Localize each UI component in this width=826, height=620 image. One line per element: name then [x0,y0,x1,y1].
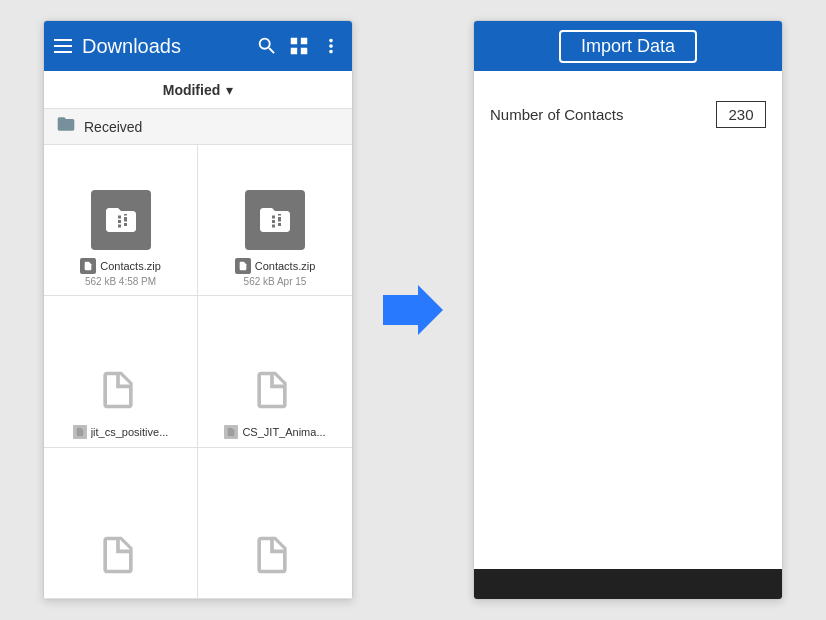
contacts-row: Number of Contacts 230 [490,91,766,138]
contacts-label: Number of Contacts [490,106,623,123]
file-meta: Contacts.zip [235,258,316,274]
left-phone: Downloads Modified ▾ Received [43,20,353,600]
file-name: Contacts.zip [100,260,161,272]
list-item[interactable]: Contacts.zip 562 kB Apr 15 [198,145,352,296]
file-meta: jit_cs_positive... [73,425,169,439]
doc-thumb-icon [73,425,87,439]
file-name: Contacts.zip [255,260,316,272]
contacts-value[interactable]: 230 [716,101,766,128]
folder-icon [56,114,76,139]
svg-marker-0 [383,285,443,335]
doc-thumb-icon [224,425,238,439]
import-body: Number of Contacts 230 [474,71,782,569]
right-phone: Import Data Number of Contacts 230 [473,20,783,600]
sort-label: Modified [163,82,221,98]
file-name: jit_cs_positive... [91,426,169,438]
file-name: CS_JIT_Anima... [242,426,325,438]
list-item[interactable] [44,448,198,599]
arrow-container [383,285,443,335]
zip-thumb-icon [235,258,251,274]
received-label: Received [84,119,142,135]
zip-thumb-icon [80,258,96,274]
doc-file-icon [250,522,300,582]
list-item[interactable] [198,448,352,599]
file-info: 562 kB 4:58 PM [85,276,156,287]
file-meta: CS_JIT_Anima... [224,425,325,439]
files-grid: Contacts.zip 562 kB 4:58 PM Contacts.zip… [44,145,352,599]
list-item[interactable]: jit_cs_positive... [44,296,198,447]
received-folder-row[interactable]: Received [44,109,352,145]
right-arrow-icon [383,285,443,335]
zip-file-icon [245,190,305,250]
doc-file-icon [250,357,300,417]
doc-file-icon [96,357,146,417]
toolbar-title: Downloads [82,35,246,58]
file-info: 562 kB Apr 15 [244,276,307,287]
import-header: Import Data [474,21,782,71]
downloads-toolbar: Downloads [44,21,352,71]
list-item[interactable]: CS_JIT_Anima... [198,296,352,447]
import-title: Import Data [559,30,697,63]
more-vert-icon[interactable] [320,35,342,57]
file-meta: Contacts.zip [80,258,161,274]
sort-bar[interactable]: Modified ▾ [44,71,352,109]
hamburger-icon[interactable] [54,39,72,53]
phone-bottom-bar [474,569,782,599]
search-icon[interactable] [256,35,278,57]
chevron-down-icon: ▾ [226,82,233,98]
grid-icon[interactable] [288,35,310,57]
doc-file-icon [96,522,146,582]
list-item[interactable]: Contacts.zip 562 kB 4:58 PM [44,145,198,296]
zip-file-icon [91,190,151,250]
